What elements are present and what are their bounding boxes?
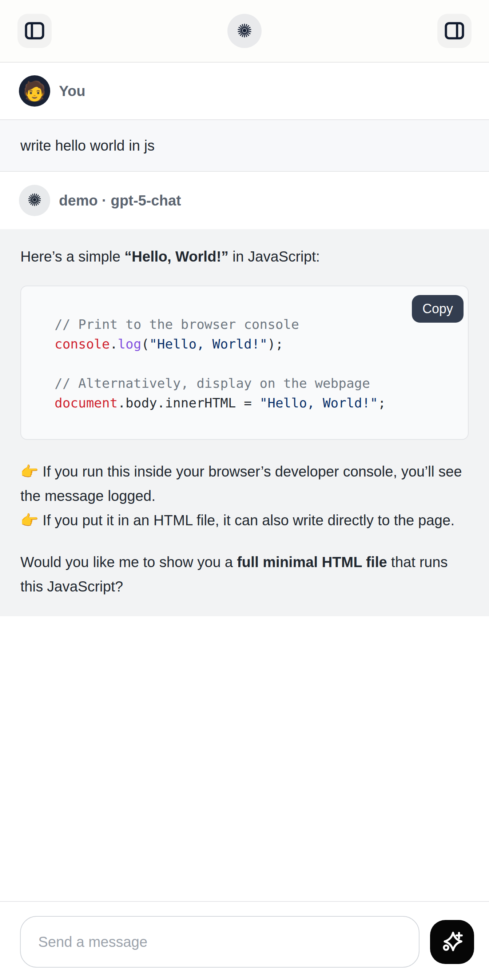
send-button[interactable]: [430, 920, 474, 964]
starburst-spinner-icon: [236, 21, 253, 41]
code-block: Copy // Print to the browser consolecons…: [21, 286, 468, 440]
chat-empty-area: [0, 616, 489, 901]
assistant-tips: 👉 If you run this inside your browser’s …: [21, 460, 468, 533]
panel-left-icon: [24, 20, 45, 42]
assistant-intro: Here’s a simple “Hello, World!” in JavaS…: [21, 245, 468, 269]
assistant-sender-row: demo · gpt-5-chat: [0, 172, 489, 229]
code-content: // Print to the browser consoleconsole.l…: [54, 315, 453, 413]
code-line: console.log("Hello, World!");: [54, 334, 453, 354]
code-line: // Print to the browser console: [54, 315, 453, 334]
message-input[interactable]: [20, 916, 419, 967]
chat-page: 🧑 You write hello world in js: [0, 0, 489, 980]
user-avatar: 🧑: [19, 75, 50, 107]
user-message-text: write hello world in js: [21, 137, 155, 154]
right-panel-toggle-button[interactable]: [437, 14, 471, 48]
top-bar: [0, 0, 489, 62]
user-sender-row: 🧑 You: [0, 62, 489, 119]
user-sender-label: You: [59, 83, 86, 99]
code-line: document.body.innerHTML = "Hello, World!…: [54, 393, 453, 413]
copy-button[interactable]: Copy: [412, 295, 464, 323]
assistant-sender-label: demo · gpt-5-chat: [59, 192, 181, 209]
sidebar-toggle-button[interactable]: [18, 14, 52, 48]
code-line-blank: [54, 354, 453, 374]
panel-right-icon: [444, 20, 465, 42]
assistant-question: Would you like me to show you a full min…: [21, 550, 468, 599]
tip-line: 👉 If you run this inside your browser’s …: [21, 463, 462, 504]
person-emoji-icon: 🧑: [23, 81, 46, 100]
user-message: write hello world in js: [0, 119, 489, 172]
model-spinner-button[interactable]: [228, 14, 261, 48]
sparkles-icon: [440, 929, 465, 955]
assistant-avatar: [19, 185, 50, 216]
tip-line: 👉 If you put it in an HTML file, it can …: [21, 512, 454, 528]
composer-bar: [0, 901, 489, 980]
code-line: // Alternatively, display on the webpage: [54, 374, 453, 393]
assistant-message: Here’s a simple “Hello, World!” in JavaS…: [0, 229, 489, 616]
starburst-logo-icon: [26, 191, 43, 210]
